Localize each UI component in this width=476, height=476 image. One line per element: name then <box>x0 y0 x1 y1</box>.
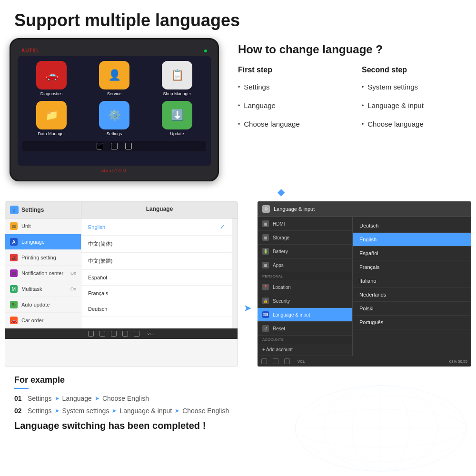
settings-item-multitask: M Multitask On <box>5 281 81 297</box>
settings-item-notification: ✉ Notification center On <box>5 266 81 281</box>
nav-icon-3 <box>111 331 117 337</box>
instructions-area: How to change language ? First step • Se… <box>238 38 466 128</box>
lang-deutsch: Deutsch <box>81 301 232 317</box>
lang-apps: ▦ Apps <box>258 258 352 272</box>
device-image: AUTEL 🚗 Diagnostics 👤 Service <box>10 38 228 181</box>
device-nav-bar: ◀ ⌂ □ <box>22 141 206 151</box>
lang-nav-bar: VCL 63% 00:55 <box>258 356 471 367</box>
settings-nav-bar: VCL <box>5 328 238 339</box>
settings-item-printing: 🖨 Printing setting <box>5 250 81 266</box>
settings-item-carorder: 🚗 Car order <box>5 313 81 328</box>
language-input-screenshot: ⚙ Language & input ▦ HDMI ▦ Storage 🔋 Ba… <box>258 201 471 367</box>
settings-header-label: Settings <box>21 207 44 213</box>
lang-right-italiano: Italiano <box>353 274 471 288</box>
lang-nav-1 <box>261 358 267 364</box>
nav-icon-4 <box>122 331 128 337</box>
lang-right-francais: Français <box>353 260 471 274</box>
app-data-manager: 📁 Data Manager <box>22 101 80 136</box>
settings-screenshot: ⌂ Settings Language ⚖ Unit A Language <box>5 201 238 367</box>
first-step-column: First step • Settings • Language • Choos <box>238 66 343 128</box>
final-message: Language switching has been completed ! <box>0 420 476 431</box>
second-step-item-1: • System settings <box>362 83 466 91</box>
lang-storage: ▦ Storage <box>258 231 352 245</box>
lang-left-panel: ▦ HDMI ▦ Storage 🔋 Battery ▦ Apps <box>258 217 353 356</box>
nav-back: ◀ <box>97 143 103 149</box>
lang-right-english: English <box>353 233 471 247</box>
first-step-header: First step <box>238 66 343 74</box>
app-settings: ⚙️ Settings <box>85 101 143 136</box>
device-model: MaxiCOM <box>18 169 211 173</box>
language-scrollbar[interactable] <box>232 218 238 328</box>
lang-nav-2 <box>273 358 278 364</box>
settings-item-language: A Language <box>5 234 81 250</box>
how-to-title: How to change language ? <box>238 43 466 56</box>
arrow-icon-5: ➤ <box>175 407 179 414</box>
lang-english: English ✓ <box>81 218 232 236</box>
device-indicator <box>204 50 207 52</box>
nav-icon-5 <box>134 331 139 337</box>
lang-espanol: Español <box>81 270 232 286</box>
arrow-icon-1: ➤ <box>55 395 60 402</box>
lang-section-accounts: ACCOUNTS <box>258 336 352 344</box>
lang-battery: 🔋 Battery <box>258 245 352 258</box>
arrow-icon-4: ➤ <box>112 407 117 414</box>
lang-right-nederlands: Nederlands <box>353 288 471 302</box>
for-example-title: For example <box>14 375 462 385</box>
lang-chinese-simplified: 中文(简体) <box>81 236 232 253</box>
settings-left-panel: ⚖ Unit A Language 🖨 Printing setting ✉ N… <box>5 218 81 328</box>
lang-input-header: ⚙ Language & input <box>258 201 471 217</box>
lang-right-deutsch: Deutsch <box>353 219 471 233</box>
divider-line <box>14 388 29 389</box>
first-step-item-3: • Choose language <box>238 120 343 128</box>
lang-right-polski: Polski <box>353 302 471 316</box>
first-step-items: • Settings • Language • Choose language <box>238 83 343 128</box>
lang-nav-3 <box>284 358 290 364</box>
screenshots-section: ⌂ Settings Language ⚖ Unit A Language <box>0 201 476 367</box>
arrow-icon-3: ➤ <box>55 407 60 414</box>
steps-row: First step • Settings • Language • Choos <box>238 66 466 128</box>
lang-language-input: ⌨ Language & input <box>258 308 352 322</box>
first-step-item-2: • Language <box>238 101 343 109</box>
arrow-down-icon: ◆ <box>0 181 476 200</box>
app-grid: 🚗 Diagnostics 👤 Service 📋 Shop Manager <box>22 61 206 136</box>
lang-right-portugues: Português <box>353 316 471 329</box>
app-shop: 📋 Shop Manager <box>148 61 206 96</box>
language-list-panel: English ✓ 中文(简体) 中文(繁體) Español Français… <box>81 218 232 328</box>
second-step-items: • System settings • Language & input • C… <box>362 83 466 128</box>
lang-right-panel: Deutsch English Español Français Italian… <box>353 217 471 356</box>
example-num-1: 01 <box>14 395 25 402</box>
second-step-item-2: • Language & input <box>362 101 466 109</box>
lang-add-account: + Add account <box>258 344 352 356</box>
app-service: 👤 Service <box>85 61 143 96</box>
device-brand: AUTEL <box>21 48 40 53</box>
app-diagnostics: 🚗 Diagnostics <box>22 61 80 96</box>
nav-icon-2 <box>99 331 105 337</box>
second-step-column: Second step • System settings • Language… <box>362 66 466 128</box>
example-row-2: 02 Settings ➤ System settings ➤ Language… <box>14 407 462 415</box>
arrow-icon-2: ➤ <box>95 395 99 402</box>
first-step-item-1: • Settings <box>238 83 343 91</box>
nav-home: ⌂ <box>111 143 118 149</box>
for-example-section: For example 01 Settings ➤ Language ➤ Cho… <box>0 367 476 415</box>
app-update: ⬇️ Update <box>148 101 206 136</box>
lang-reset: ↺ Reset <box>258 322 352 336</box>
lang-security: 🔒 Security <box>258 294 352 308</box>
second-step-item-3: • Choose language <box>362 120 466 128</box>
lang-chinese-traditional: 中文(繁體) <box>81 253 232 270</box>
lang-hdmi: ▦ HDMI <box>258 217 352 231</box>
language-header-label: Language <box>146 206 173 212</box>
lang-right-espanol: Español <box>353 247 471 260</box>
settings-item-autoupdate: ↻ Auto update <box>5 297 81 313</box>
lang-francais: Français <box>81 286 232 301</box>
lang-section-personal: PERSONAL <box>258 272 352 280</box>
lang-location: 📍 Location <box>258 280 352 294</box>
second-step-header: Second step <box>362 66 466 74</box>
example-row-1: 01 Settings ➤ Language ➤ Choose English <box>14 395 462 402</box>
example-num-2: 02 <box>14 407 25 415</box>
nav-icon-1 <box>88 331 94 337</box>
arrow-right-icon: ➤ <box>242 249 254 367</box>
page-title: Support multiple languages <box>0 0 476 38</box>
settings-item-unit: ⚖ Unit <box>5 218 81 234</box>
nav-recent: □ <box>125 143 132 149</box>
